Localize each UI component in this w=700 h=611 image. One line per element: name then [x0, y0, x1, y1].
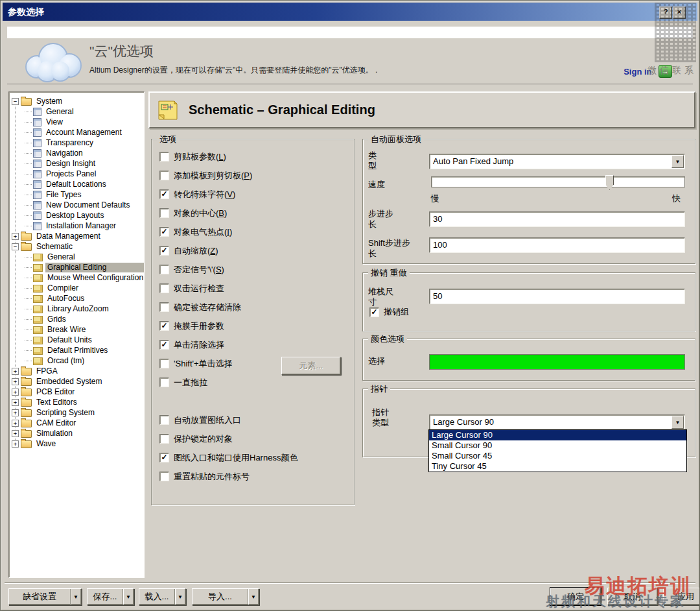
- checkbox-自动放置图纸入口[interactable]: [159, 415, 169, 425]
- footer-button-导入[interactable]: 导入...▼: [192, 588, 259, 605]
- option-row-对象电气热点[interactable]: 对象电气热点(I): [152, 222, 354, 241]
- tree-item-default-locations[interactable]: Default Locations: [9, 179, 144, 189]
- tree-item-text-editors[interactable]: +Text Editors: [9, 397, 144, 407]
- expand-icon[interactable]: +: [12, 440, 19, 448]
- option-row-添加模板到剪切板[interactable]: 添加模板到剪切板(P): [152, 166, 354, 185]
- expand-icon[interactable]: +: [12, 389, 19, 396]
- footer-button-缺省设置[interactable]: 缺省设置▼: [8, 588, 82, 605]
- tree-item-library-autozoom[interactable]: Library AutoZoom: [9, 304, 144, 314]
- tree-item-desktop-layouts[interactable]: Desktop Layouts: [9, 210, 144, 221]
- tree-item-transparency[interactable]: Transparency: [9, 138, 144, 148]
- tree-item-installation-manager[interactable]: Installation Manager: [9, 221, 144, 231]
- expand-icon[interactable]: +: [12, 233, 19, 240]
- cursor-option-small-cursor-90[interactable]: Small Cursor 90: [429, 440, 686, 451]
- checkbox-重置粘贴的元件标号[interactable]: [159, 472, 169, 481]
- tree-item-account-management[interactable]: Account Management: [9, 127, 144, 138]
- option-row-对象的中心[interactable]: 对象的中心(B): [152, 204, 354, 222]
- option-row-一直拖拉[interactable]: 一直拖拉: [152, 373, 354, 392]
- tree-item-system[interactable]: −System: [9, 96, 144, 106]
- cancel-button[interactable]: 取消: [607, 588, 658, 605]
- cursor-option-tiny-cursor-45[interactable]: Tiny Cursor 45: [429, 461, 686, 472]
- cursor-type-dropdown-icon[interactable]: ▼: [671, 416, 684, 429]
- tree-item-compiler[interactable]: Compiler: [9, 283, 144, 293]
- tree-item-cam-editor[interactable]: +CAM Editor: [9, 418, 144, 428]
- cursor-option-large-cursor-90[interactable]: Large Cursor 90: [429, 430, 686, 440]
- checkbox-否定信号[interactable]: [159, 265, 169, 274]
- tree-item-break-wire[interactable]: Break Wire: [9, 324, 144, 335]
- checkbox-双击运行检查[interactable]: [159, 283, 169, 293]
- footer-button-保存[interactable]: 保存...▼: [87, 588, 134, 605]
- tree-item-mouse-wheel-configuration[interactable]: Mouse Wheel Configuration: [9, 272, 144, 283]
- option-row-剪贴板参数[interactable]: 剪贴板参数(L): [152, 147, 354, 166]
- checkbox-剪贴板参数[interactable]: [159, 152, 169, 162]
- tree-item-default-primitives[interactable]: Default Primitives: [9, 345, 144, 355]
- cursor-option-small-cursor-45[interactable]: Small Cursor 45: [429, 451, 686, 461]
- tree-item-projects-panel[interactable]: Projects Panel: [9, 169, 144, 179]
- option-row-转化特殊字符[interactable]: 转化特殊字符(V): [152, 185, 354, 204]
- preferences-tree[interactable]: −SystemGeneralViewAccount ManagementTran…: [8, 91, 145, 578]
- tree-item-view[interactable]: View: [9, 117, 144, 127]
- stack-size-input[interactable]: 50: [429, 289, 685, 304]
- undo-group-checkbox[interactable]: [369, 307, 379, 317]
- tree-item-design-insight[interactable]: Design Insight: [9, 158, 144, 169]
- checkbox-确定被选存储清除[interactable]: [159, 302, 169, 312]
- option-row-自动缩放[interactable]: 自动缩放(Z): [152, 241, 354, 260]
- dropdown-arrow-icon[interactable]: ▼: [174, 589, 185, 605]
- checkbox-保护锁定的对象[interactable]: [159, 434, 169, 444]
- option-row-保护锁定的对象[interactable]: 保护锁定的对象: [152, 429, 354, 448]
- tree-item-autofocus[interactable]: AutoFocus: [9, 293, 144, 304]
- undo-group-checkbox-row[interactable]: 撤销组: [362, 304, 409, 320]
- element-button[interactable]: 元素...: [281, 357, 341, 375]
- tree-item-data-management[interactable]: +Data Management: [9, 231, 144, 241]
- dropdown-arrow-icon[interactable]: ▼: [122, 589, 134, 605]
- checkbox-对象的中心[interactable]: [159, 208, 169, 218]
- option-row-确定被选存储清除[interactable]: 确定被选存储清除: [152, 298, 354, 317]
- dropdown-arrow-icon[interactable]: ▼: [70, 589, 81, 605]
- dropdown-arrow-icon[interactable]: ▼: [248, 589, 259, 605]
- option-row-图纸入口和端口使用harness颜色[interactable]: 图纸入口和端口使用Harness颜色: [152, 448, 354, 467]
- step-size-input[interactable]: 30: [429, 211, 685, 227]
- footer-button-label[interactable]: 载入...: [139, 589, 174, 605]
- checkbox-自动缩放[interactable]: [159, 246, 169, 256]
- footer-button-label[interactable]: 缺省设置: [9, 589, 70, 605]
- checkbox-转化特殊字符[interactable]: [159, 189, 169, 199]
- checkbox-单击清除选择[interactable]: [159, 340, 169, 350]
- tree-item-default-units[interactable]: Default Units: [9, 335, 144, 345]
- tree-item-graphical-editing[interactable]: Graphical Editing: [9, 262, 144, 272]
- expand-icon[interactable]: +: [12, 420, 19, 427]
- checkbox-掩膜手册参数[interactable]: [159, 321, 169, 331]
- tree-item-fpga[interactable]: +FPGA: [9, 366, 144, 376]
- tree-item-new-document-defaults[interactable]: New Document Defaults: [9, 200, 144, 210]
- checkbox-shift-单击选择[interactable]: [159, 359, 169, 368]
- checkbox-一直拖拉[interactable]: [159, 377, 169, 387]
- collapse-icon[interactable]: −: [12, 98, 19, 105]
- tree-item-orcad-tm[interactable]: Orcad (tm): [9, 355, 144, 366]
- ok-button[interactable]: 确定: [550, 588, 601, 605]
- tree-item-grids[interactable]: Grids: [9, 314, 144, 324]
- expand-icon[interactable]: +: [12, 368, 19, 375]
- tree-item-general[interactable]: General: [9, 106, 144, 117]
- speed-slider-handle[interactable]: [605, 175, 614, 190]
- selection-color-swatch[interactable]: [429, 354, 685, 370]
- tree-item-scripting-system[interactable]: +Scripting System: [9, 407, 144, 418]
- cursor-type-combobox[interactable]: Large Cursor 90 ▼: [429, 414, 685, 430]
- option-row-重置粘贴的元件标号[interactable]: 重置粘贴的元件标号: [152, 467, 354, 486]
- tree-item-navigation[interactable]: Navigation: [9, 148, 144, 158]
- tree-item-schematic[interactable]: −Schematic: [9, 241, 144, 252]
- tree-item-wave[interactable]: +Wave: [9, 438, 144, 449]
- expand-icon[interactable]: +: [12, 409, 19, 416]
- title-bar[interactable]: 参数选择 ? ×: [3, 3, 697, 21]
- option-row-自动放置图纸入口[interactable]: 自动放置图纸入口: [152, 411, 354, 429]
- tree-item-general[interactable]: General: [9, 252, 144, 262]
- footer-button-载入[interactable]: 载入...▼: [139, 588, 186, 605]
- checkbox-添加模板到剪切板[interactable]: [159, 171, 169, 180]
- footer-button-label[interactable]: 导入...: [192, 589, 248, 605]
- checkbox-对象电气热点[interactable]: [159, 227, 169, 237]
- tree-item-simulation[interactable]: +Simulation: [9, 428, 144, 438]
- checkbox-图纸入口和端口使用harness颜色[interactable]: [159, 453, 169, 462]
- collapse-icon[interactable]: −: [12, 243, 19, 250]
- autopan-type-dropdown-icon[interactable]: ▼: [671, 155, 684, 168]
- expand-icon[interactable]: +: [12, 399, 19, 406]
- expand-icon[interactable]: +: [12, 430, 19, 437]
- option-row-双击运行检查[interactable]: 双击运行检查: [152, 279, 354, 298]
